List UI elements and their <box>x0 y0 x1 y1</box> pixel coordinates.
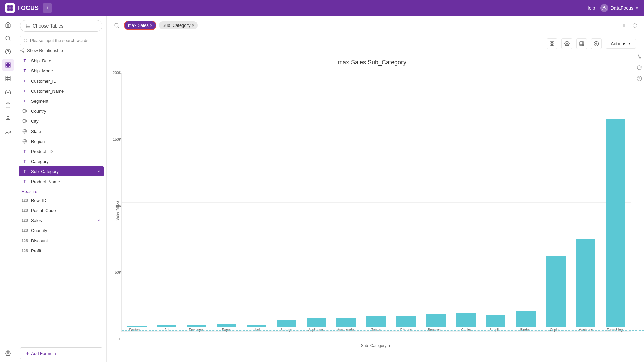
field-customer-name[interactable]: T Customer_Name <box>16 86 106 96</box>
chart-help-icon[interactable] <box>635 74 644 83</box>
field-ship-date[interactable]: T Ship_Date <box>16 56 106 66</box>
field-customer-id[interactable]: T Customer_ID <box>16 76 106 86</box>
bar-envelopes[interactable] <box>187 325 206 327</box>
bar-tables[interactable] <box>366 316 386 327</box>
table-view-button[interactable] <box>576 38 587 49</box>
text-field-icon: T <box>21 67 28 74</box>
bar-group-paper[interactable]: Paper <box>212 73 241 332</box>
sidebar-item-user[interactable] <box>2 113 14 125</box>
bar-furnishings[interactable] <box>606 119 625 327</box>
bar-group-art[interactable]: Art <box>152 73 181 332</box>
sidebar-item-clipboard[interactable] <box>2 99 14 111</box>
bar-accessories[interactable] <box>336 318 356 327</box>
field-ship-mode[interactable]: T Ship_Mode <box>16 66 106 76</box>
bar-art[interactable] <box>157 325 176 327</box>
new-tab-button[interactable]: + <box>43 3 52 13</box>
bar-label-tables: Tables <box>371 328 381 332</box>
field-search-input[interactable] <box>30 38 99 43</box>
field-product-name[interactable]: T Product_Name <box>16 176 106 187</box>
sidebar-item-help[interactable] <box>2 46 14 58</box>
bar-group-accessories[interactable]: Accessories <box>331 73 361 332</box>
bar-chairs[interactable] <box>456 313 476 327</box>
sidebar-item-chart[interactable] <box>2 59 14 71</box>
avg-ref-line: Avg 14.04K <box>122 314 644 314</box>
search-toggle-button[interactable] <box>112 21 121 30</box>
line-chart-icon[interactable] <box>635 52 644 62</box>
field-name: Ship_Date <box>31 58 51 63</box>
sidebar-item-table[interactable] <box>2 72 14 85</box>
field-state[interactable]: State <box>16 126 106 136</box>
show-relationship-toggle[interactable]: Show Relationship <box>20 48 102 53</box>
bar-phones[interactable] <box>396 316 416 327</box>
field-profit[interactable]: 123 Profit <box>16 246 106 256</box>
clear-search-button[interactable] <box>620 21 628 30</box>
field-postal-code[interactable]: 123 Postal_Code <box>16 205 106 215</box>
sidebar-item-inbox[interactable] <box>2 86 14 98</box>
refresh-search-button[interactable] <box>631 21 639 30</box>
field-sub-category[interactable]: T Sub_Category ✓ <box>19 166 104 176</box>
bar-bookcases[interactable] <box>426 314 446 327</box>
sidebar-item-search[interactable] <box>2 32 14 44</box>
field-country[interactable]: Country <box>16 106 106 116</box>
bar-label-furnishings: Furnishings <box>607 328 625 332</box>
bar-group-tables[interactable]: Tables <box>361 73 391 332</box>
field-category[interactable]: T Category <box>16 156 106 166</box>
text-field-icon: T <box>21 88 28 94</box>
bar-group-envelopes[interactable]: Envelopes <box>181 73 211 332</box>
bar-group-phones[interactable]: Phones <box>391 73 421 332</box>
add-formula-button[interactable]: + Add Formula <box>20 347 102 359</box>
left-panel: Choose Tables Show Relationship T Ship_D… <box>16 16 107 362</box>
field-row-id[interactable]: 123 Row_ID <box>16 195 106 205</box>
bar-label-fasteners: Fasteners <box>129 328 144 332</box>
field-discount[interactable]: 123 Discount <box>16 236 106 246</box>
bar-fasteners[interactable] <box>127 326 147 327</box>
field-sales[interactable]: 123 Sales ✓ <box>16 215 106 225</box>
bar-group-appliances[interactable]: Appliances <box>301 73 331 332</box>
bar-group-bookcases[interactable]: Bookcases <box>421 73 451 332</box>
bar-appliances[interactable] <box>307 318 326 327</box>
tag-max-sales-close[interactable]: × <box>150 23 153 28</box>
actions-button[interactable]: Actions ▼ <box>606 39 636 49</box>
tag-max-sales-label: max Sales <box>128 23 149 28</box>
bar-copiers[interactable] <box>546 256 566 327</box>
sidebar-item-home[interactable] <box>2 19 14 31</box>
logo-icon <box>5 3 15 13</box>
bar-group-storage[interactable]: Storage <box>271 73 301 332</box>
chart-type-button[interactable] <box>591 38 602 49</box>
bar-group-binders[interactable]: Binders <box>511 73 541 332</box>
tag-max-sales[interactable]: max Sales × <box>124 21 156 30</box>
help-button[interactable]: Help <box>586 5 595 11</box>
y-axis: 200K 150K 100K 50K 0 <box>107 73 121 339</box>
bar-storage[interactable] <box>277 320 296 327</box>
field-search-box[interactable] <box>20 36 102 45</box>
user-menu[interactable]: DataFocus ▼ <box>600 4 639 12</box>
settings-button[interactable] <box>561 38 572 49</box>
bar-group-fasteners[interactable]: Fasteners <box>122 73 152 332</box>
field-region[interactable]: Region <box>16 136 106 146</box>
field-city[interactable]: City <box>16 116 106 126</box>
field-quantity[interactable]: 123 Quantity <box>16 225 106 236</box>
bar-group-machines[interactable]: Machines <box>571 73 601 332</box>
bar-group-furnishings[interactable]: Furnishings <box>601 73 631 332</box>
chart-refresh-icon[interactable] <box>635 63 644 72</box>
sidebar-item-settings[interactable] <box>2 347 14 359</box>
bar-group-supplies[interactable]: Supplies <box>481 73 511 332</box>
svg-rect-2 <box>7 8 10 11</box>
bar-group-chairs[interactable]: Chairs <box>451 73 481 332</box>
field-name: Discount <box>31 238 48 243</box>
tag-sub-category[interactable]: Sub_Category × <box>159 21 198 29</box>
bar-labels[interactable] <box>247 325 266 327</box>
bar-supplies[interactable] <box>486 315 505 327</box>
field-product-id[interactable]: T Product_ID <box>16 146 106 156</box>
bar-paper[interactable] <box>217 324 236 327</box>
measure-field-icon: 123 <box>21 227 28 234</box>
sidebar-item-analytics[interactable] <box>2 126 14 138</box>
measure-section-label: Measure <box>16 187 106 195</box>
grid-view-button[interactable] <box>547 38 557 49</box>
bar-group-labels[interactable]: Labels <box>241 73 271 332</box>
tag-sub-category-close[interactable]: × <box>192 23 194 28</box>
choose-tables-button[interactable]: Choose Tables <box>20 20 102 32</box>
bar-group-copiers[interactable]: Copiers <box>541 73 571 332</box>
measure-field-icon: 123 <box>21 197 28 204</box>
field-segment[interactable]: T Segment <box>16 96 106 106</box>
